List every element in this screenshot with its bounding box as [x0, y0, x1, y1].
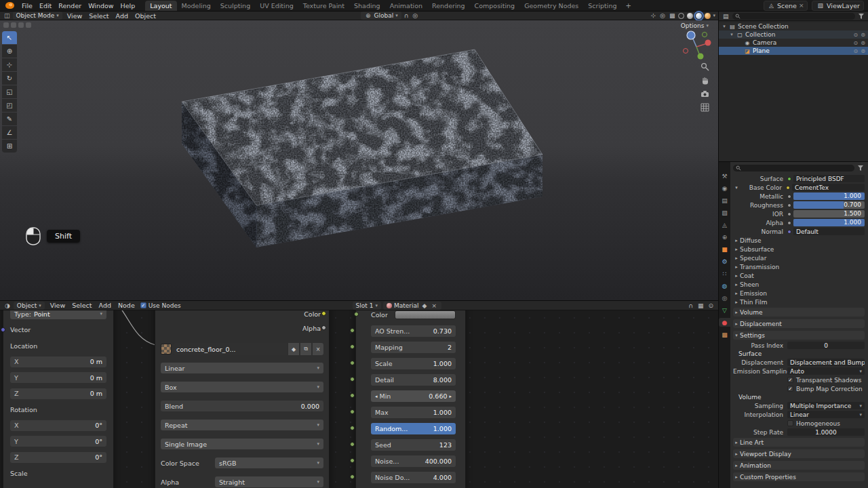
outliner-row[interactable]: ▾ Plane ⊙ ⊚	[719, 47, 868, 55]
collapsed-panel-header[interactable]: ▸ Animation	[733, 461, 865, 470]
fake-user-shield-icon[interactable]: ◆	[421, 302, 429, 309]
rotation-axis-field[interactable]: X0°	[10, 420, 106, 431]
hide-eye-icon[interactable]: ⊙	[854, 48, 859, 54]
collapsed-panel-header[interactable]: ▸ Coat	[733, 271, 865, 280]
viewport-menu-item[interactable]: Object	[132, 12, 159, 20]
workspace-tab[interactable]: Rendering	[427, 1, 470, 11]
collapsed-panel-header[interactable]: ▸ Diffuse	[733, 236, 865, 245]
gizmo-x-neg-axis[interactable]	[684, 49, 688, 54]
color-socket-icon[interactable]	[786, 186, 790, 190]
properties-tab[interactable]	[719, 281, 730, 290]
perspective-grid-icon[interactable]	[701, 103, 709, 112]
location-axis-field[interactable]: Y0 m	[10, 372, 106, 383]
disable-render-icon[interactable]: ⊚	[861, 40, 865, 46]
tool-button[interactable]	[2, 99, 17, 112]
editor-type-icon[interactable]: ◫	[3, 12, 12, 19]
camera-view-icon[interactable]	[701, 89, 709, 98]
expand-base-color-icon[interactable]: ▾	[733, 185, 740, 190]
collapsed-panel-header[interactable]: ▸ Specular	[733, 253, 865, 262]
filter-icon[interactable]	[856, 165, 865, 171]
snap-icon[interactable]: ∩	[687, 302, 694, 309]
scene-selector[interactable]: Scene ×	[764, 1, 808, 11]
properties-search-input[interactable]	[743, 165, 852, 171]
input-socket[interactable]	[350, 458, 355, 463]
workspace-tab[interactable]: Compositing	[470, 1, 520, 11]
shading-solid-icon[interactable]	[687, 13, 693, 19]
material-selector[interactable]: Material ◆ ×	[383, 302, 441, 310]
collapsed-panel-header[interactable]: ▸ Emission	[733, 289, 865, 298]
properties-tab[interactable]	[719, 306, 730, 314]
mode-dropdown[interactable]: Object Mode▾	[13, 12, 62, 20]
base-color-texture-dropdown[interactable]: CementTex	[792, 184, 865, 191]
hide-eye-icon[interactable]: ⊙	[854, 32, 859, 38]
interpolation-dropdown[interactable]: Linear▾	[787, 411, 865, 418]
fake-user-shield-icon[interactable]: ◆	[288, 343, 299, 355]
image-preview-icon[interactable]	[161, 344, 172, 354]
properties-tab[interactable]	[719, 208, 730, 217]
menubar-item[interactable]: Help	[117, 2, 139, 9]
disable-render-icon[interactable]: ⊚	[861, 32, 865, 38]
menubar-item[interactable]: Edit	[36, 2, 55, 9]
group-input-row[interactable]: ◂ Scale 1.000 ▸	[371, 358, 456, 369]
image-texture-node[interactable]: Color Alpha concrete_floor_0... ◆ ⧉	[155, 310, 330, 488]
image-name-field[interactable]: concrete_floor_0...	[173, 343, 287, 355]
options-dropdown[interactable]: Options▾	[681, 22, 709, 29]
group-input-row[interactable]: ◂ Seed 123 ▸	[371, 439, 456, 451]
tool-button[interactable]	[2, 140, 17, 152]
input-socket[interactable]	[350, 393, 355, 398]
homogeneous-checkbox-row[interactable]: Homogeneous	[733, 419, 865, 428]
node-canvas[interactable]: Type: Point ▾ Vector Location	[0, 310, 718, 488]
shading-material-preview-icon[interactable]	[696, 13, 702, 19]
tool-button[interactable]	[2, 72, 17, 85]
location-axis-field[interactable]: Z0 m	[10, 388, 106, 399]
properties-tab[interactable]	[719, 220, 730, 229]
outliner-row[interactable]: ▾ Camera ⊙ ⊚	[719, 39, 868, 47]
input-socket[interactable]	[350, 361, 355, 365]
shader-menu-item[interactable]: View	[47, 302, 69, 309]
mapping-type-dropdown[interactable]: Type: Point ▾	[10, 310, 106, 319]
outliner-row[interactable]: ▾ Scene Collection ⊙ ⊚	[719, 22, 868, 30]
pan-hand-icon[interactable]	[701, 76, 709, 85]
collapsed-panel-header[interactable]: ▸ Viewport Display	[733, 449, 865, 458]
menubar-item[interactable]: Render	[55, 2, 85, 9]
color-input-socket[interactable]	[354, 312, 359, 317]
surface-shader-dropdown[interactable]: Principled BSDF	[793, 175, 865, 182]
properties-tab[interactable]	[719, 293, 730, 302]
workspace-tab[interactable]: Animation	[385, 1, 427, 11]
properties-search[interactable]	[733, 165, 854, 171]
color-input-row[interactable]: Color	[371, 310, 456, 321]
shader-type-dropdown[interactable]: Object▾	[14, 302, 45, 310]
filter-icon[interactable]	[857, 14, 865, 19]
checkbox-row[interactable]: Transparent Shadows	[733, 375, 865, 384]
workspace-tab[interactable]: Scripting	[583, 1, 621, 11]
alpha-mode-dropdown[interactable]: Straight▾	[215, 476, 323, 487]
collapsed-panel-header[interactable]: ▸ Custom Properties	[733, 472, 865, 481]
snap-magnet-icon[interactable]: ∩	[403, 12, 410, 19]
collapsed-panel-header[interactable]: ▸ Line Art	[733, 438, 865, 447]
properties-tab[interactable]	[719, 232, 730, 241]
workspace-tab[interactable]: Modeling	[177, 1, 216, 11]
extension-dropdown[interactable]: Repeat▾	[161, 420, 323, 430]
concrete-block-object[interactable]	[156, 37, 563, 261]
group-input-row[interactable]: ◂ Noise Do... 4.000 ▸	[371, 472, 456, 483]
unlink-material-icon[interactable]: ×	[430, 302, 438, 309]
alpha-output-socket[interactable]	[321, 325, 326, 330]
editor-type-icon[interactable]: ◑	[3, 302, 12, 309]
expand-icon[interactable]: ▾	[722, 24, 727, 29]
tool-button[interactable]	[2, 58, 17, 71]
hide-eye-icon[interactable]: ⊙	[854, 40, 859, 46]
input-socket-icon[interactable]	[787, 195, 791, 199]
add-workspace-button[interactable]: +	[622, 2, 635, 9]
viewlayer-selector[interactable]: ViewLayer	[812, 1, 864, 11]
volume-panel-header[interactable]: ▸ Volume	[733, 308, 865, 317]
tool-button[interactable]	[2, 113, 17, 125]
use-nodes-checkbox[interactable]: Use Nodes	[140, 302, 181, 309]
workspace-tab[interactable]: Layout	[145, 1, 176, 11]
sampling-dropdown[interactable]: Multiple Importance▾	[787, 402, 865, 409]
workspace-tab[interactable]: Shading	[349, 1, 385, 11]
gizmo-x-axis[interactable]	[705, 40, 711, 46]
viewport-menu-item[interactable]: View	[64, 12, 86, 20]
vector-input-socket[interactable]	[1, 327, 5, 332]
show-gizmo-icon[interactable]: ⊹	[650, 12, 658, 19]
material-slot-dropdown[interactable]: Slot 1▾	[353, 302, 381, 310]
